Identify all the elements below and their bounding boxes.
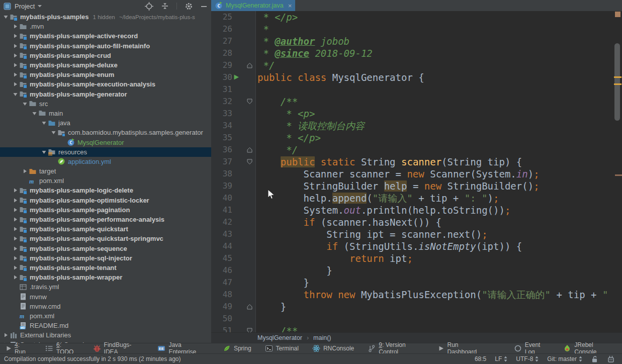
tree-item-src[interactable]: src: [0, 99, 211, 109]
tree-collapsed-arrow-icon[interactable]: [12, 198, 19, 203]
code-line[interactable]: 44 if (StringUtils.isNotEmpty(ipt)) {: [211, 240, 622, 252]
tree-collapsed-arrow-icon[interactable]: [12, 226, 19, 232]
code-line[interactable]: 31: [211, 83, 622, 96]
code-line[interactable]: 51 /**: [211, 325, 622, 333]
tree-collapsed-arrow-icon[interactable]: [2, 332, 9, 338]
line-number[interactable]: 26: [211, 23, 232, 35]
tree-collapsed-arrow-icon[interactable]: [12, 217, 19, 222]
gutter[interactable]: 35: [211, 132, 256, 144]
tree-item-resources[interactable]: resources: [0, 147, 211, 157]
gutter[interactable]: 37: [211, 156, 256, 168]
tree-collapsed-arrow-icon[interactable]: [12, 33, 19, 39]
line-separator-widget[interactable]: LF: [495, 355, 507, 362]
tree-expanded-arrow-icon[interactable]: [31, 111, 38, 116]
tool-window-button-rnconsole[interactable]: RNConsole: [312, 344, 354, 352]
encoding-widget[interactable]: UTF-8: [516, 355, 539, 362]
fold-down-fold-icon[interactable]: [246, 99, 253, 105]
tree-collapsed-arrow-icon[interactable]: [12, 43, 19, 49]
code-line[interactable]: 43 String ipt = scanner.next();: [211, 228, 622, 240]
gutter[interactable]: 38: [211, 168, 256, 180]
tree-item-mybatis-plus-sample-quickstart[interactable]: mybatis-plus-sample-quickstart: [0, 224, 211, 234]
line-number[interactable]: 38: [211, 168, 232, 180]
code-line[interactable]: 41 System.out.println(help.toString());: [211, 204, 622, 216]
tree-item-target[interactable]: target: [0, 166, 211, 176]
tree-expanded-arrow-icon[interactable]: [21, 101, 28, 107]
tree-item-mybatis-plus-sample-deluxe[interactable]: mybatis-plus-sample-deluxe: [0, 60, 211, 70]
tree-item-com.baomidou.mybatisplus.samples.generator[interactable]: com.baomidou.mybatisplus.samples.generat…: [0, 128, 211, 137]
inspection-status-square[interactable]: [615, 12, 620, 17]
line-number[interactable]: 42: [211, 216, 232, 228]
tree-item-mybatis-plus-sample-tenant[interactable]: mybatis-plus-sample-tenant: [0, 263, 211, 272]
code-line[interactable]: 27 * @author jobob: [211, 35, 622, 47]
gutter[interactable]: 26: [211, 23, 256, 35]
tree-item-mybatis-plus-sample-sequence[interactable]: mybatis-plus-sample-sequence: [0, 244, 211, 253]
line-number[interactable]: 30: [211, 71, 232, 83]
line-number[interactable]: 29: [211, 59, 232, 71]
code-line[interactable]: 47 }: [211, 277, 622, 289]
breadcrumb-item[interactable]: MysqlGenerator: [257, 334, 302, 341]
line-number[interactable]: 33: [211, 108, 232, 120]
tree-item-mybatis-plus-sample-generator[interactable]: mybatis-plus-sample-generator: [0, 89, 211, 99]
tree-item-pom.xml[interactable]: mpom.xml: [0, 311, 211, 321]
tree-item-mybatis-plus-samples[interactable]: mybatis-plus-samples1 hidden~/IdeaProjec…: [0, 12, 211, 22]
gutter[interactable]: 29: [211, 59, 256, 71]
tree-item-mvnw.cmd[interactable]: mvnw.cmd: [0, 302, 211, 311]
code-line[interactable]: 46 }: [211, 264, 622, 277]
hector-inspection-icon[interactable]: [607, 355, 615, 363]
gutter[interactable]: 34: [211, 120, 256, 132]
code-line[interactable]: 37 public static String scanner(String t…: [211, 156, 622, 168]
line-number[interactable]: 43: [211, 228, 232, 240]
tree-item-java[interactable]: java: [0, 118, 211, 128]
stripe-mark-warning[interactable]: [614, 83, 621, 85]
code-editor[interactable]: 25 * </p>26 *27 * @author jobob28 * @sin…: [211, 11, 622, 333]
tree-item-.travis.yml[interactable]: .travis.yml: [0, 282, 211, 292]
editor-tab-mysqlgenerator[interactable]: C MysqlGenerator.java ×: [211, 0, 295, 11]
breadcrumb-item[interactable]: main(): [313, 334, 331, 341]
tree-collapsed-arrow-icon[interactable]: [12, 24, 19, 29]
tree-collapsed-arrow-icon[interactable]: [12, 53, 19, 58]
tree-item-application.yml[interactable]: application.yml: [0, 157, 211, 166]
tree-item-mybatis-plus-sample-quickstart-springmvc[interactable]: mybatis-plus-sample-quickstart-springmvc: [0, 234, 211, 243]
tree-item-external-libraries[interactable]: External Libraries: [0, 330, 211, 340]
gutter[interactable]: 42: [211, 216, 256, 228]
gutter[interactable]: 27: [211, 35, 256, 47]
tree-item-readme.md[interactable]: MDREADME.md: [0, 321, 211, 330]
code-line[interactable]: 33 * <p>: [211, 108, 622, 120]
code-line[interactable]: 29 */: [211, 59, 622, 71]
gutter[interactable]: 41: [211, 204, 256, 216]
code-line[interactable]: 32 /**: [211, 96, 622, 108]
gutter[interactable]: 39: [211, 180, 256, 192]
tree-item-mybatis-plus-sample-sql-injector[interactable]: mybatis-plus-sample-sql-injector: [0, 253, 211, 263]
tree-expanded-arrow-icon[interactable]: [2, 14, 9, 20]
line-number[interactable]: 46: [211, 264, 232, 277]
line-number[interactable]: 36: [211, 144, 232, 156]
gutter[interactable]: 30: [211, 71, 256, 83]
settings-icon[interactable]: [185, 2, 193, 11]
tree-item-mybatis-plus-sample-enum[interactable]: mybatis-plus-sample-enum: [0, 70, 211, 79]
tree-expanded-arrow-icon[interactable]: [50, 130, 57, 135]
fold-down-fold-icon[interactable]: [246, 159, 253, 165]
line-number[interactable]: 50: [211, 313, 232, 325]
gutter[interactable]: 45: [211, 252, 256, 264]
gutter[interactable]: 50: [211, 313, 256, 325]
tree-item-mvnw[interactable]: mvnw: [0, 292, 211, 301]
caret-position-widget[interactable]: 68:5: [475, 355, 486, 362]
tree-collapsed-arrow-icon[interactable]: [21, 168, 28, 174]
tree-item-mybatis-plus-sample-wrapper[interactable]: mybatis-plus-sample-wrapper: [0, 272, 211, 282]
line-number[interactable]: 28: [211, 47, 232, 59]
tree-collapsed-arrow-icon[interactable]: [12, 188, 19, 193]
gutter[interactable]: 40: [211, 192, 256, 204]
tree-collapsed-arrow-icon[interactable]: [12, 207, 19, 213]
editor-scrollbar-thumb[interactable]: [614, 43, 620, 121]
code-line[interactable]: 45 return ipt;: [211, 252, 622, 264]
tree-item-main[interactable]: main: [0, 109, 211, 118]
locate-icon[interactable]: [145, 2, 153, 11]
line-number[interactable]: 44: [211, 240, 232, 252]
line-number[interactable]: 34: [211, 120, 232, 132]
tree-item-mybatis-plus-sample-auto-fill-metainfo[interactable]: mybatis-plus-sample-auto-fill-metainfo: [0, 41, 211, 51]
line-number[interactable]: 27: [211, 35, 232, 47]
tree-item-mysqlgenerator[interactable]: CMysqlGenerator: [0, 137, 211, 147]
tree-expanded-arrow-icon[interactable]: [40, 149, 47, 155]
gutter[interactable]: 32: [211, 96, 256, 108]
code-line[interactable]: 48 throw new MybatisPlusException("请输入正确…: [211, 289, 622, 301]
